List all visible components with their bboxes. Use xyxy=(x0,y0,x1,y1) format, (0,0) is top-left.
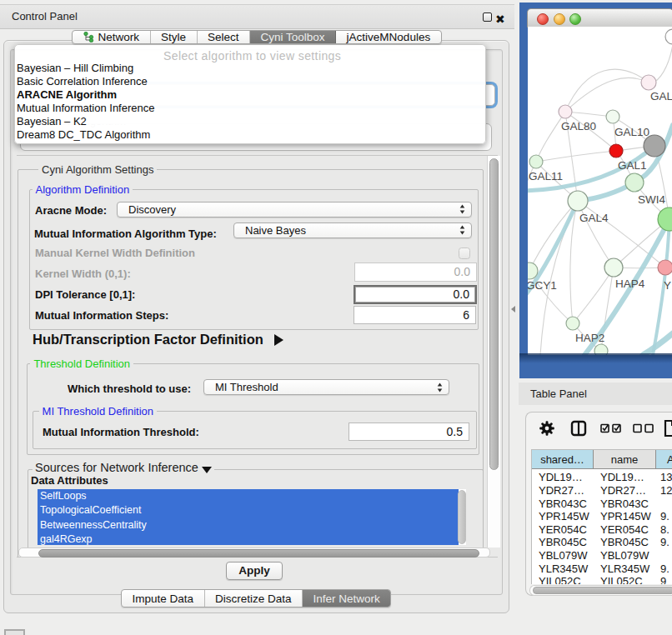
table-cell[interactable]: 8. xyxy=(660,523,669,537)
table-cell[interactable]: YDR27… xyxy=(600,484,646,498)
close-window-icon[interactable] xyxy=(537,13,549,25)
vertical-scrollbar-thumb[interactable] xyxy=(489,158,499,470)
split-columns-icon[interactable] xyxy=(570,420,587,437)
tab-infer-network[interactable]: Infer Network xyxy=(303,590,390,607)
expand-arrow-icon[interactable] xyxy=(274,334,283,346)
graph-node[interactable]: HAP2 xyxy=(566,317,604,344)
attribute-item[interactable]: BetweennessCentrality xyxy=(38,518,459,532)
gear-icon[interactable] xyxy=(539,420,555,437)
float-panel-icon[interactable] xyxy=(483,12,492,22)
table-panel-title: Table Panel xyxy=(530,388,587,400)
table-cell[interactable]: 12 xyxy=(660,484,672,498)
node-label: GCY1 xyxy=(528,279,557,292)
settings-horizontal-scrollbar[interactable] xyxy=(18,548,490,558)
data-attributes-label: Data Attributes xyxy=(31,474,108,487)
apply-button[interactable]: Apply xyxy=(226,562,283,580)
tab-jactivemnodules[interactable]: jActiveMNodules xyxy=(336,31,441,43)
mi-steps-field[interactable]: 6 xyxy=(354,306,476,324)
table-cell[interactable]: YPR145W xyxy=(600,510,651,523)
table-cell[interactable]: 9 xyxy=(660,575,666,584)
dropdown-item[interactable]: Dream8 DC_TDC Algorithm xyxy=(15,128,475,142)
table-cell[interactable]: YLR345W xyxy=(539,562,588,576)
graph-node[interactable] xyxy=(665,29,672,44)
table-cell[interactable]: YBL079W xyxy=(600,549,649,562)
zoom-window-icon[interactable] xyxy=(569,13,581,25)
column-header-2[interactable]: name xyxy=(594,450,656,469)
dropdown-item[interactable]: Basic Correlation Inference xyxy=(15,75,475,88)
column-header-1[interactable]: shared… xyxy=(532,450,594,469)
node-label: Y xyxy=(664,279,671,292)
kernel-width-field[interactable]: 0.0 xyxy=(354,262,477,282)
table-cell[interactable]: 9. xyxy=(660,510,669,523)
table-cell[interactable]: YIL052C xyxy=(600,575,643,584)
table-cell[interactable]: 9. xyxy=(660,536,669,549)
graph-node[interactable]: GAL11 xyxy=(529,155,563,182)
mi-threshold-field[interactable]: 0.5 xyxy=(349,422,469,441)
table-cell[interactable]: YDR27… xyxy=(539,484,584,498)
attribute-item[interactable]: gal4RGexp xyxy=(38,532,459,545)
table-cell[interactable]: YPR145W xyxy=(539,510,589,523)
dpi-tolerance-field[interactable]: 0.0 xyxy=(354,285,477,304)
aracne-mode-label: Aracne Mode: xyxy=(35,204,107,217)
tab-network[interactable]: Network xyxy=(73,31,151,43)
tab-cyni-toolbox[interactable]: Cyni Toolbox xyxy=(250,31,336,43)
table-cell[interactable]: YBR045C xyxy=(600,536,649,549)
which-threshold-combo[interactable]: MI Threshold xyxy=(203,379,449,395)
minimized-panel-box[interactable] xyxy=(4,629,25,635)
table-cell[interactable]: YDL19… xyxy=(600,471,644,484)
horizontal-scrollbar-thumb[interactable] xyxy=(38,549,479,558)
algorithm-dropdown: Select algorithm to view settings Bayesi… xyxy=(14,44,486,144)
settings-vertical-scrollbar[interactable] xyxy=(487,156,500,548)
table-cell[interactable]: 13 xyxy=(660,471,672,484)
attribute-item[interactable]: SelfLoops xyxy=(38,489,459,503)
table-cell[interactable]: YBL079W xyxy=(539,549,588,562)
table-cell[interactable]: 9. xyxy=(660,562,669,576)
table-cell[interactable]: YIL052C xyxy=(539,575,581,584)
file-icon[interactable] xyxy=(664,419,672,438)
attribute-item[interactable]: TopologicalCoefficient xyxy=(38,503,459,518)
control-panel-tabs: NetworkStyleSelectCyni ToolboxjActiveMNo… xyxy=(72,30,442,44)
close-panel-icon[interactable]: ✖ xyxy=(495,12,505,26)
unchecked-boxes-icon[interactable] xyxy=(633,423,654,433)
tab-select[interactable]: Select xyxy=(198,31,251,43)
dropdown-item[interactable]: Mutual Information Inference xyxy=(15,102,475,115)
graph-node[interactable] xyxy=(644,135,665,157)
attribute-list-scrollbar[interactable] xyxy=(458,490,466,544)
kernel-width-label: Kernel Width (0,1): xyxy=(35,268,131,280)
network-canvas[interactable]: GAL2GAL80GAL10GAL1GAL11SWI4GAL4GCY1HAP4Y… xyxy=(528,27,672,355)
mi-algorithm-type-label: Mutual Information Algorithm Type: xyxy=(34,228,217,240)
graph-node[interactable]: GAL2 xyxy=(641,75,672,102)
tab-style[interactable]: Style xyxy=(151,31,198,43)
node-label: HAP4 xyxy=(615,278,645,290)
aracne-mode-combo[interactable]: Discovery xyxy=(117,202,472,218)
graph-node[interactable]: GAL10 xyxy=(606,110,649,138)
data-attributes-list[interactable]: SelfLoopsTopologicalCoefficientBetweenne… xyxy=(38,489,466,545)
tab-impute-data[interactable]: Impute Data xyxy=(122,590,205,607)
table-cell[interactable]: YER054C xyxy=(600,523,649,537)
table-cell[interactable]: YBR043C xyxy=(600,498,649,511)
table-cell[interactable]: YBR045C xyxy=(539,536,587,549)
dropdown-item[interactable]: Bayesian – K2 xyxy=(15,115,475,128)
network-icon xyxy=(83,32,94,42)
table-cell[interactable]: YER054C xyxy=(539,523,587,537)
table-scrollbar-thumb[interactable] xyxy=(533,587,672,594)
dropdown-item[interactable]: Bayesian – Hill Climbing xyxy=(15,62,475,75)
divider-collapse-arrow[interactable] xyxy=(511,306,515,312)
dropdown-item[interactable]: ARACNE Algorithm xyxy=(15,88,475,102)
combo-stepper-icon xyxy=(459,203,466,215)
table-cell[interactable]: YLR345W xyxy=(600,562,649,576)
manual-kernel-width-checkbox[interactable] xyxy=(459,248,470,259)
collapse-arrow-icon[interactable] xyxy=(202,467,212,473)
mi-algorithm-type-combo[interactable]: Naive Bayes xyxy=(233,222,472,238)
tab-discretize-data[interactable]: Discretize Data xyxy=(205,590,303,607)
table-horizontal-scrollbar[interactable] xyxy=(529,585,672,596)
graph-node[interactable]: GAL80 xyxy=(559,105,596,132)
column-header-3[interactable]: A xyxy=(656,450,672,469)
table-cell[interactable]: YDL19… xyxy=(539,471,583,484)
tab-label: Style xyxy=(161,31,186,43)
node-table[interactable]: shared…nameAYDL19…YDL19…13YDR27…YDR27…12… xyxy=(531,449,672,584)
table-cell[interactable]: YBR043C xyxy=(539,498,587,511)
combo-stepper-icon xyxy=(459,224,466,236)
checked-boxes-icon[interactable] xyxy=(600,423,622,433)
minimize-window-icon[interactable] xyxy=(554,13,565,25)
